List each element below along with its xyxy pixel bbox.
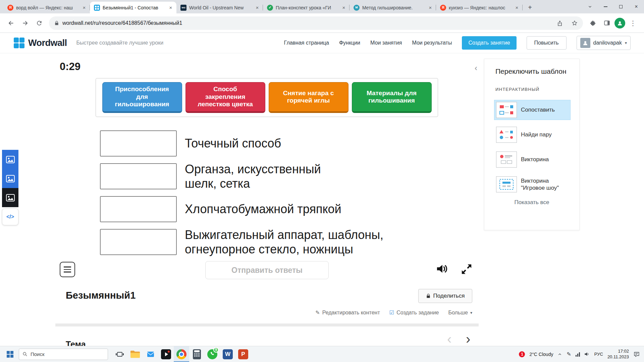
- image-thumbnail-tile-1[interactable]: [2, 150, 18, 169]
- extensions-puzzle-icon[interactable]: [586, 17, 599, 29]
- browser-tab-4[interactable]: ✓ План-конспект урока «ГИ ×: [263, 2, 350, 13]
- pen-icon[interactable]: ✎: [567, 351, 571, 357]
- tab-close-icon[interactable]: ×: [168, 5, 174, 11]
- edit-content-label: Редактировать контент: [322, 310, 380, 316]
- nav-my-results-link[interactable]: Мои результаты: [412, 40, 452, 46]
- template-item-find-pair[interactable]: Найди пару: [494, 125, 571, 145]
- start-button[interactable]: [3, 346, 17, 362]
- action-center-icon[interactable]: [633, 351, 640, 357]
- browser-tab-5[interactable]: М Метод гильширование. ×: [350, 2, 436, 13]
- language-indicator[interactable]: РУС: [594, 352, 603, 357]
- drop-zone-1[interactable]: [100, 130, 177, 157]
- media-app-button[interactable]: [158, 346, 174, 362]
- share-button-label: Поделиться: [433, 293, 465, 299]
- taskbar-search-box[interactable]: [19, 349, 108, 360]
- mail-button[interactable]: [143, 346, 158, 362]
- nav-features-link[interactable]: Функции: [339, 40, 360, 46]
- panel-title: Переключить шаблон: [495, 67, 579, 75]
- fullscreen-icon[interactable]: [460, 262, 473, 276]
- browser-tab-2-active[interactable]: Безымянный1 - Сопостав ×: [90, 2, 176, 13]
- resource-actions-row: ✎ Редактировать контент ☑ Создать задани…: [315, 309, 472, 316]
- create-activity-button[interactable]: Создать занятие: [462, 36, 516, 50]
- image-thumbnail-tile-3[interactable]: [2, 188, 18, 207]
- share-icon[interactable]: [554, 17, 566, 29]
- whatsapp-button[interactable]: 9: [205, 346, 220, 362]
- template-thumb-find-pair-icon: [496, 127, 517, 143]
- template-item-gameshow-quiz[interactable]: Викторина "Игровое шоу": [494, 174, 571, 194]
- drop-zone-2[interactable]: [100, 163, 177, 189]
- embed-code-button[interactable]: </>: [2, 208, 18, 225]
- refresh-icon[interactable]: [33, 17, 46, 29]
- show-all-templates-link[interactable]: Показать все: [484, 199, 579, 206]
- tab-close-icon[interactable]: ×: [341, 5, 347, 11]
- calculator-button[interactable]: [189, 346, 205, 362]
- back-icon[interactable]: [5, 17, 17, 29]
- tray-chevron-up-icon[interactable]: [557, 352, 562, 357]
- clock-time: 17:02: [607, 349, 629, 354]
- browser-menu-kebab-icon[interactable]: ⋮: [627, 17, 639, 29]
- powerpoint-button[interactable]: P: [235, 346, 251, 362]
- share-button[interactable]: Поделиться: [418, 289, 472, 303]
- window-close-button[interactable]: ×: [629, 0, 644, 13]
- answer-chip-red[interactable]: Способ закрепления лепестков цветка: [185, 82, 265, 113]
- task-view-button[interactable]: [112, 346, 127, 362]
- bookmark-star-icon[interactable]: [569, 17, 580, 29]
- side-panel-icon[interactable]: [600, 17, 613, 29]
- file-explorer-button[interactable]: [127, 346, 143, 362]
- prompt-text-2: Органза, искусственный шелк, сетка: [185, 162, 342, 191]
- lock-icon: [426, 293, 431, 299]
- carousel-next-icon[interactable]: ›: [466, 332, 470, 346]
- word-button[interactable]: W: [220, 346, 235, 362]
- clock-widget[interactable]: 17:02 20.11.2023: [607, 349, 629, 360]
- upgrade-button[interactable]: Повысить: [527, 36, 567, 50]
- edit-content-action[interactable]: ✎ Редактировать контент: [315, 309, 380, 316]
- weather-widget[interactable]: 2°C Cloudy: [529, 352, 553, 357]
- image-thumbnail-tile-2[interactable]: [2, 169, 18, 188]
- browser-tab-1[interactable]: Я ворд войл — Яндекс: наш ×: [3, 2, 90, 13]
- answer-chip-orange[interactable]: Снятие нагара с горячей иглы: [269, 82, 348, 113]
- new-tab-button[interactable]: +: [525, 3, 535, 12]
- wordwall-favicon: [94, 5, 100, 11]
- tab-close-icon[interactable]: ×: [514, 5, 520, 11]
- window-minimize-button[interactable]: [598, 0, 613, 13]
- nav-my-activities-link[interactable]: Мои занятия: [370, 40, 402, 46]
- answer-chip-blue[interactable]: Приспособления для гильоширования: [102, 82, 182, 113]
- create-assignment-action[interactable]: ☑ Создать задание: [389, 309, 439, 316]
- carousel-prev-icon[interactable]: ‹: [447, 332, 451, 346]
- wordwall-logo[interactable]: Wordwall: [13, 37, 67, 49]
- tab-close-icon[interactable]: ×: [81, 5, 87, 11]
- tab-search-chevron-icon[interactable]: [582, 0, 598, 13]
- forward-icon[interactable]: [19, 17, 32, 29]
- window-maximize-button[interactable]: [613, 0, 629, 13]
- tab-title: Метод гильширование.: [362, 5, 425, 10]
- drop-zone-3[interactable]: [100, 196, 177, 222]
- url-field[interactable]: wordwall.net/ru/resource/64188567/безымя…: [49, 16, 583, 30]
- browser-tab-6[interactable]: Я куизиз — Яндекс: нашлос ×: [436, 2, 523, 13]
- submit-answers-button[interactable]: Отправить ответы: [205, 261, 329, 279]
- drop-zone-4[interactable]: [100, 229, 177, 255]
- network-signal-icon[interactable]: [576, 352, 580, 357]
- tab-close-icon[interactable]: ×: [254, 5, 260, 11]
- template-list: Сопоставить Найди пару Викторина Виктори…: [484, 100, 579, 194]
- more-action[interactable]: Больше ▾: [448, 310, 472, 316]
- template-item-match[interactable]: Сопоставить: [494, 100, 571, 120]
- mail-icon: [146, 350, 155, 358]
- search-input[interactable]: [31, 351, 98, 357]
- chrome-icon: [176, 349, 186, 359]
- nav-home-link[interactable]: Главная страница: [284, 40, 329, 46]
- browser-profile-avatar[interactable]: [614, 18, 625, 28]
- chrome-button[interactable]: [174, 346, 189, 362]
- template-item-quiz[interactable]: Викторина: [494, 149, 571, 170]
- browser-tab-3[interactable]: wo World Oil - Upstream New ×: [176, 2, 263, 13]
- profile-menu[interactable]: danilovapak ▾: [577, 36, 631, 50]
- answer-chip-green[interactable]: Материалы для гильошивания: [352, 82, 432, 113]
- tray-speaker-icon[interactable]: [584, 352, 590, 357]
- prompt-text-1: Точечный способ: [185, 136, 281, 150]
- pair-row-1: Точечный способ: [100, 130, 413, 157]
- activity-menu-button[interactable]: [60, 262, 75, 277]
- tab-close-icon[interactable]: ×: [427, 5, 433, 11]
- panel-collapse-chevron-icon[interactable]: ‹: [475, 64, 477, 72]
- calculator-icon: [193, 349, 201, 359]
- volume-icon[interactable]: [436, 263, 449, 275]
- wordwall-logo-icon: [13, 37, 25, 49]
